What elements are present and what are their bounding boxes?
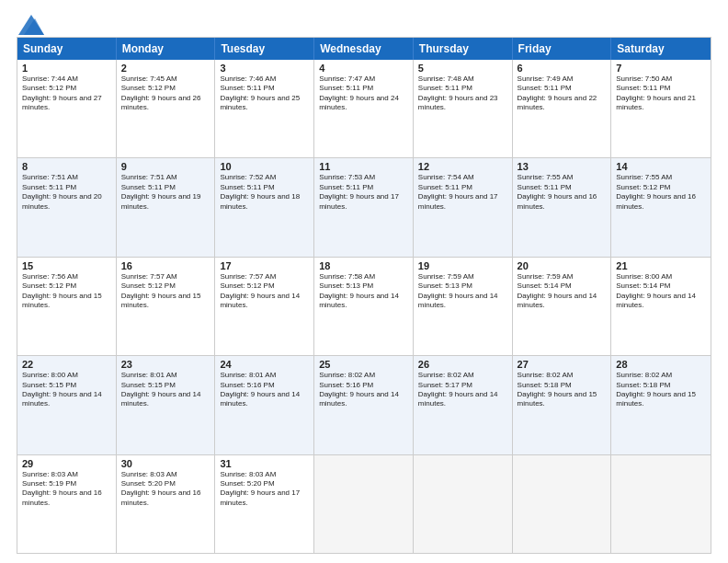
day-info: Sunrise: 7:55 AMSunset: 5:11 PMDaylight:… [518,173,607,212]
day-info: Sunrise: 8:03 AMSunset: 5:20 PMDaylight:… [220,470,309,509]
day-cell-26: 26Sunrise: 8:02 AMSunset: 5:17 PMDayligh… [414,356,513,454]
day-info: Sunrise: 7:51 AMSunset: 5:11 PMDaylight:… [121,173,210,212]
day-info: Sunrise: 7:59 AMSunset: 5:13 PMDaylight:… [418,272,507,311]
day-cell-16: 16Sunrise: 7:57 AMSunset: 5:12 PMDayligh… [117,258,216,355]
day-of-week-tuesday: Tuesday [215,38,314,60]
day-info: Sunrise: 8:02 AMSunset: 5:16 PMDaylight:… [319,371,408,409]
day-info: Sunrise: 7:49 AMSunset: 5:11 PMDaylight:… [518,75,607,113]
day-cell-13: 13Sunrise: 7:55 AMSunset: 5:11 PMDayligh… [513,158,612,256]
calendar-row-5: 29Sunrise: 8:03 AMSunset: 5:19 PMDayligh… [17,454,711,553]
day-info: Sunrise: 8:02 AMSunset: 5:18 PMDaylight:… [616,371,706,409]
day-number: 16 [121,260,210,271]
day-cell-21: 21Sunrise: 8:00 AMSunset: 5:14 PMDayligh… [611,258,711,355]
calendar-header: SundayMondayTuesdayWednesdayThursdayFrid… [17,38,711,60]
day-number: 30 [121,458,210,469]
day-number: 19 [418,260,507,271]
day-info: Sunrise: 8:02 AMSunset: 5:18 PMDaylight:… [518,371,607,409]
day-cell-30: 30Sunrise: 8:03 AMSunset: 5:20 PMDayligh… [117,455,216,553]
day-info: Sunrise: 7:50 AMSunset: 5:11 PMDaylight:… [616,75,706,113]
day-cell-22: 22Sunrise: 8:00 AMSunset: 5:15 PMDayligh… [17,356,117,454]
logo [17,15,44,31]
day-number: 4 [319,63,408,74]
calendar-row-1: 1Sunrise: 7:44 AMSunset: 5:12 PMDaylight… [17,60,711,157]
day-cell-5: 5Sunrise: 7:48 AMSunset: 5:11 PMDaylight… [414,60,513,157]
day-number: 3 [220,63,309,74]
day-number: 22 [22,359,111,370]
logo-text [17,15,44,35]
day-cell-11: 11Sunrise: 7:53 AMSunset: 5:11 PMDayligh… [314,158,414,256]
day-cell-19: 19Sunrise: 7:59 AMSunset: 5:13 PMDayligh… [414,258,513,355]
day-cell-23: 23Sunrise: 8:01 AMSunset: 5:15 PMDayligh… [117,356,216,454]
day-number: 12 [418,161,507,172]
day-cell-9: 9Sunrise: 7:51 AMSunset: 5:11 PMDaylight… [117,158,216,256]
day-cell-2: 2Sunrise: 7:45 AMSunset: 5:12 PMDaylight… [117,60,216,157]
day-of-week-sunday: Sunday [17,38,117,60]
day-number: 17 [220,260,309,271]
day-cell-27: 27Sunrise: 8:02 AMSunset: 5:18 PMDayligh… [513,356,612,454]
day-info: Sunrise: 8:02 AMSunset: 5:17 PMDaylight:… [418,371,507,409]
day-cell-17: 17Sunrise: 7:57 AMSunset: 5:12 PMDayligh… [215,258,314,355]
day-cell-10: 10Sunrise: 7:52 AMSunset: 5:11 PMDayligh… [215,158,314,256]
day-cell-8: 8Sunrise: 7:51 AMSunset: 5:11 PMDaylight… [17,158,117,256]
empty-cell [414,455,513,553]
day-number: 8 [22,161,111,172]
day-number: 23 [121,359,210,370]
day-number: 20 [518,260,607,271]
day-info: Sunrise: 8:01 AMSunset: 5:16 PMDaylight:… [220,371,309,409]
day-cell-1: 1Sunrise: 7:44 AMSunset: 5:12 PMDaylight… [17,60,117,157]
header [17,15,711,31]
day-number: 24 [220,359,309,370]
day-info: Sunrise: 7:52 AMSunset: 5:11 PMDaylight:… [220,173,309,212]
day-cell-7: 7Sunrise: 7:50 AMSunset: 5:11 PMDaylight… [611,60,711,157]
calendar-body: 1Sunrise: 7:44 AMSunset: 5:12 PMDaylight… [17,60,711,553]
day-info: Sunrise: 7:57 AMSunset: 5:12 PMDaylight:… [121,272,210,311]
day-info: Sunrise: 7:44 AMSunset: 5:12 PMDaylight:… [22,75,111,113]
empty-cell [611,455,711,553]
day-info: Sunrise: 7:45 AMSunset: 5:12 PMDaylight:… [121,75,210,113]
day-info: Sunrise: 8:00 AMSunset: 5:14 PMDaylight:… [616,272,706,311]
day-cell-12: 12Sunrise: 7:54 AMSunset: 5:11 PMDayligh… [414,158,513,256]
day-info: Sunrise: 7:46 AMSunset: 5:11 PMDaylight:… [220,75,309,113]
day-info: Sunrise: 7:54 AMSunset: 5:11 PMDaylight:… [418,173,507,212]
day-of-week-friday: Friday [513,38,612,60]
empty-cell [513,455,612,553]
day-cell-18: 18Sunrise: 7:58 AMSunset: 5:13 PMDayligh… [314,258,414,355]
day-number: 31 [220,458,309,469]
day-number: 21 [616,260,706,271]
day-info: Sunrise: 7:57 AMSunset: 5:12 PMDaylight:… [220,272,309,311]
day-number: 9 [121,161,210,172]
day-number: 7 [616,63,706,74]
day-of-week-monday: Monday [117,38,216,60]
day-number: 27 [518,359,607,370]
day-cell-15: 15Sunrise: 7:56 AMSunset: 5:12 PMDayligh… [17,258,117,355]
day-info: Sunrise: 7:53 AMSunset: 5:11 PMDaylight:… [319,173,408,212]
day-cell-20: 20Sunrise: 7:59 AMSunset: 5:14 PMDayligh… [513,258,612,355]
day-info: Sunrise: 8:01 AMSunset: 5:15 PMDaylight:… [121,371,210,409]
day-number: 13 [518,161,607,172]
day-cell-4: 4Sunrise: 7:47 AMSunset: 5:11 PMDaylight… [314,60,414,157]
day-number: 2 [121,63,210,74]
day-cell-14: 14Sunrise: 7:55 AMSunset: 5:12 PMDayligh… [611,158,711,256]
day-number: 29 [22,458,111,469]
logo-icon [18,15,44,35]
day-number: 5 [418,63,507,74]
page: SundayMondayTuesdayWednesdayThursdayFrid… [0,0,728,563]
day-info: Sunrise: 7:58 AMSunset: 5:13 PMDaylight:… [319,272,408,311]
day-of-week-saturday: Saturday [611,38,711,60]
day-number: 11 [319,161,408,172]
day-cell-3: 3Sunrise: 7:46 AMSunset: 5:11 PMDaylight… [215,60,314,157]
empty-cell [314,455,414,553]
day-cell-29: 29Sunrise: 8:03 AMSunset: 5:19 PMDayligh… [17,455,117,553]
calendar: SundayMondayTuesdayWednesdayThursdayFrid… [17,37,711,554]
day-info: Sunrise: 7:51 AMSunset: 5:11 PMDaylight:… [22,173,111,212]
day-number: 25 [319,359,408,370]
day-number: 15 [22,260,111,271]
calendar-row-4: 22Sunrise: 8:00 AMSunset: 5:15 PMDayligh… [17,355,711,454]
day-info: Sunrise: 8:00 AMSunset: 5:15 PMDaylight:… [22,371,111,409]
day-of-week-thursday: Thursday [414,38,513,60]
day-info: Sunrise: 7:56 AMSunset: 5:12 PMDaylight:… [22,272,111,311]
day-info: Sunrise: 7:48 AMSunset: 5:11 PMDaylight:… [418,75,507,113]
day-number: 28 [616,359,706,370]
day-cell-24: 24Sunrise: 8:01 AMSunset: 5:16 PMDayligh… [215,356,314,454]
calendar-row-2: 8Sunrise: 7:51 AMSunset: 5:11 PMDaylight… [17,157,711,256]
